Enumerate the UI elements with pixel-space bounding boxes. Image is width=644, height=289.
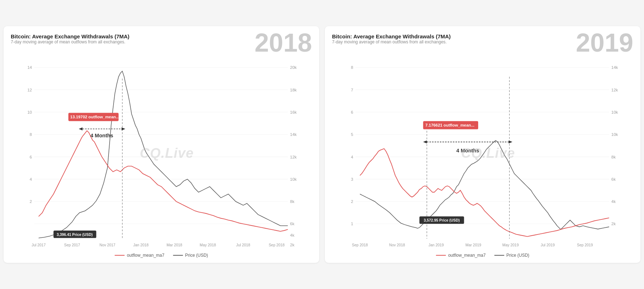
legend-2018: outflow_mean_ma7 Price (USD)	[11, 253, 312, 258]
card-header-2018: Bitcoin: Average Exchange Withdrawals (7…	[11, 33, 312, 56]
main-container: Bitcoin: Average Exchange Withdrawals (7…	[4, 26, 640, 263]
svg-text:5: 5	[351, 132, 353, 137]
svg-text:8k: 8k	[290, 199, 294, 204]
svg-text:6k: 6k	[611, 177, 616, 181]
months-label-2019: 4 Months	[456, 148, 479, 153]
price-line-2018	[39, 71, 288, 238]
svg-text:2k: 2k	[611, 222, 616, 226]
svg-text:10: 10	[27, 110, 32, 114]
chart-svg-2018: 14 12 10 8 6 4 2 20k 18k 16k 14k 12k 10k…	[11, 56, 312, 250]
legend-line-outflow-2018	[115, 255, 125, 256]
svg-text:May 2019: May 2019	[503, 243, 519, 247]
card-year-2018: 2018	[255, 30, 312, 56]
svg-text:2: 2	[351, 199, 353, 204]
arrow-left-2018	[79, 127, 82, 130]
legend-item-price-2019: Price (USD)	[494, 253, 529, 258]
legend-item-outflow-2018: outflow_mean_ma7	[115, 253, 164, 258]
card-subtitle-2018: 7-day moving average of mean outflows fr…	[11, 39, 129, 44]
card-year-2019: 2019	[576, 30, 633, 56]
svg-text:20k: 20k	[290, 65, 297, 70]
arrow-right-2019	[509, 141, 512, 143]
svg-text:Nov 2018: Nov 2018	[389, 243, 405, 247]
svg-text:12: 12	[27, 88, 32, 92]
svg-text:12k: 12k	[290, 155, 297, 159]
svg-text:Sep 2018: Sep 2018	[269, 243, 285, 247]
legend-label-price-2018: Price (USD)	[185, 253, 208, 258]
card-title-2019: Bitcoin: Average Exchange Withdrawals (7…	[332, 33, 451, 39]
legend-item-outflow-2019: outflow_mean_ma7	[436, 253, 486, 258]
svg-text:18k: 18k	[290, 88, 297, 92]
chart-area-2018: CQ.Live 14 12 10 8	[11, 56, 312, 250]
svg-text:2k: 2k	[290, 243, 294, 247]
svg-text:14: 14	[27, 65, 32, 70]
svg-text:7: 7	[351, 88, 353, 92]
months-label-2018: 4 Months	[90, 133, 113, 138]
svg-text:4: 4	[351, 155, 354, 159]
svg-text:4: 4	[30, 177, 32, 181]
svg-text:Jul 2018: Jul 2018	[236, 243, 250, 247]
svg-text:4k: 4k	[290, 233, 294, 237]
card-subtitle-2019: 7-day moving average of mean outflows fr…	[332, 39, 451, 44]
tooltip-price-val-2019: 3,572.95 Price (USD)	[424, 218, 460, 222]
card-header-2019: Bitcoin: Average Exchange Withdrawals (7…	[332, 33, 633, 56]
svg-text:8: 8	[351, 65, 353, 70]
svg-text:12k: 12k	[611, 88, 618, 92]
card-title-2018: Bitcoin: Average Exchange Withdrawals (7…	[11, 33, 129, 39]
svg-text:Jul 2019: Jul 2019	[541, 243, 555, 247]
legend-line-outflow-2019	[436, 255, 446, 256]
svg-text:14k: 14k	[290, 132, 297, 137]
svg-text:8: 8	[30, 132, 32, 137]
svg-text:6k: 6k	[290, 222, 294, 226]
svg-text:2: 2	[30, 199, 32, 204]
svg-text:6: 6	[351, 110, 353, 114]
svg-text:10k: 10k	[611, 132, 618, 137]
price-line-2019	[360, 141, 609, 229]
chart-card-2019: Bitcoin: Average Exchange Withdrawals (7…	[325, 26, 640, 263]
tooltip-red-value-2018: 13.19702 outflow_mean...	[70, 115, 119, 119]
svg-text:6: 6	[30, 155, 32, 159]
legend-line-price-2019	[494, 255, 504, 256]
chart-area-2019: CQ.Live 8 7 6 5	[332, 56, 633, 250]
tooltip-price-val-2018: 3,396.41 Price (USD)	[57, 233, 92, 237]
legend-label-outflow-2018: outflow_mean_ma7	[127, 253, 164, 258]
svg-text:4k: 4k	[611, 199, 616, 204]
svg-text:16k: 16k	[290, 110, 297, 114]
svg-text:Sep 2019: Sep 2019	[577, 243, 593, 247]
legend-label-outflow-2019: outflow_mean_ma7	[448, 253, 486, 258]
svg-text:Mar 2019: Mar 2019	[466, 243, 481, 247]
legend-item-price-2018: Price (USD)	[173, 253, 208, 258]
svg-text:May 2018: May 2018	[200, 243, 216, 247]
arrow-right-2018	[121, 127, 125, 130]
legend-label-price-2019: Price (USD)	[506, 253, 529, 258]
svg-text:10k: 10k	[290, 177, 297, 181]
svg-text:3: 3	[351, 177, 353, 181]
outflow-line-2019	[360, 149, 609, 237]
svg-text:Jan 2019: Jan 2019	[428, 243, 444, 247]
svg-text:14k: 14k	[611, 65, 618, 70]
svg-text:Sep 2017: Sep 2017	[64, 243, 80, 247]
svg-text:Nov 2017: Nov 2017	[100, 243, 116, 247]
chart-svg-2019: 8 7 6 5 4 3 2 1 14k 12k 10k 10k 8k 6k	[332, 56, 633, 250]
svg-text:1: 1	[351, 222, 353, 226]
svg-text:8k: 8k	[611, 155, 616, 159]
legend-line-price-2018	[173, 255, 183, 256]
chart-card-2018: Bitcoin: Average Exchange Withdrawals (7…	[4, 26, 319, 263]
svg-text:10k: 10k	[611, 110, 618, 114]
svg-text:Sep 2018: Sep 2018	[352, 243, 368, 247]
svg-text:Mar 2018: Mar 2018	[167, 243, 182, 247]
legend-2019: outflow_mean_ma7 Price (USD)	[332, 253, 633, 258]
arrow-left-2019	[423, 141, 427, 143]
svg-text:Jul 2017: Jul 2017	[32, 243, 45, 247]
svg-text:Jan 2018: Jan 2018	[133, 243, 149, 247]
tooltip-red-value-2019: 7.176621 outflow_mean...	[426, 123, 475, 127]
